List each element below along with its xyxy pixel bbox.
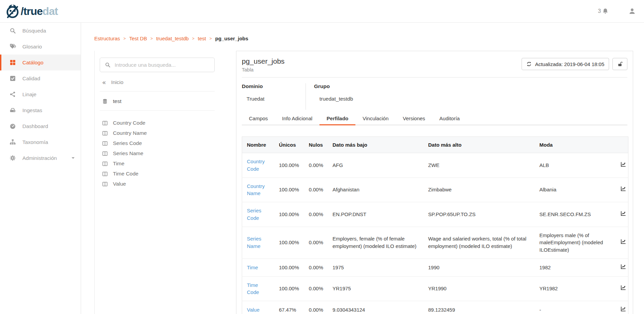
profile-table: NombreÚnicosNulosDato más bajoDato más a…: [242, 137, 628, 314]
drive-icon: [9, 107, 16, 113]
sidebar-item-label: Taxonomía: [22, 139, 48, 145]
grid-icon: [9, 59, 16, 66]
tab-info-adicional[interactable]: Info Adicional: [275, 112, 319, 125]
tree-search-input[interactable]: [115, 62, 210, 68]
sidebar-item-busqueda[interactable]: Búsqueda: [0, 23, 81, 39]
sidebar-item-taxonomia[interactable]: Taxonomía: [0, 134, 81, 150]
sidebar-item-glosario[interactable]: Glosario: [0, 39, 81, 55]
divider: [100, 91, 215, 91]
highest-value: Wage and salaried workers, total (% of t…: [424, 227, 535, 258]
field-link[interactable]: Time: [247, 265, 258, 270]
unique-value: 100.00%: [274, 276, 304, 301]
tree-back-button[interactable]: « Inicio: [100, 79, 215, 86]
field-link[interactable]: Time Code: [247, 282, 259, 295]
field-item-country-name[interactable]: Country Name: [100, 128, 215, 138]
field-item-series-code[interactable]: Series Code: [100, 138, 215, 148]
tab-versiones[interactable]: Versiones: [396, 112, 432, 125]
field-item-time-code[interactable]: Time Code: [100, 169, 215, 179]
search-icon: [105, 62, 111, 68]
view-chart-button[interactable]: [620, 264, 626, 270]
tree-parent-item[interactable]: test: [100, 98, 215, 105]
brand-wordmark: /truedat: [21, 5, 58, 18]
user-menu-button[interactable]: [628, 7, 636, 15]
mode-value: ALB: [535, 153, 616, 178]
updated-label: Actualizada: 2019-06-04 18:05: [535, 61, 604, 67]
breadcrumb-separator: >: [210, 36, 212, 41]
sidebar-item-label: Ingestas: [22, 107, 42, 113]
field-link[interactable]: Value: [247, 307, 259, 313]
sidebar-item-ingestas[interactable]: Ingestas: [0, 102, 81, 118]
breadcrumb-link-test-db[interactable]: Test DB: [129, 36, 147, 41]
columns-icon: [102, 120, 108, 126]
view-chart-button[interactable]: [620, 238, 626, 245]
field-item-label: Country Name: [113, 130, 147, 136]
breadcrumb-link-estructuras[interactable]: Estructuras: [94, 36, 120, 41]
lowest-value: EN.POP.DNST: [328, 202, 424, 227]
column-header-moda: Moda: [535, 137, 616, 153]
breadcrumb-link-truedat-testdb[interactable]: truedat_testdb: [156, 36, 189, 41]
lock-toggle-button[interactable]: [612, 58, 627, 70]
sidebar-item-calidad[interactable]: Calidad: [0, 70, 81, 86]
columns-icon: [102, 151, 108, 156]
sidebar-item-linaje[interactable]: Linaje: [0, 86, 81, 102]
breadcrumb-current: pg_user_jobs: [215, 36, 249, 41]
field-item-series-name[interactable]: Series Name: [100, 148, 215, 159]
sidebar-item-catalogo[interactable]: Catálogo: [0, 55, 81, 70]
notifications-button[interactable]: 3: [598, 8, 609, 15]
field-link[interactable]: Country Name: [247, 183, 265, 196]
field-link[interactable]: Country Code: [247, 159, 265, 172]
lowest-value: YR1975: [328, 276, 424, 301]
field-item-label: Series Name: [113, 150, 143, 156]
lowest-value: Afghanistan: [328, 177, 424, 202]
highest-value: Zimbabwe: [424, 177, 535, 202]
sidebar-item-label: Catálogo: [22, 60, 43, 66]
field-item-time[interactable]: Time: [100, 159, 215, 169]
view-chart-button[interactable]: [620, 285, 626, 291]
nulls-value: 0.00%: [304, 258, 328, 276]
view-chart-button[interactable]: [620, 186, 626, 192]
profile-row-series-name: Series Name100.00%0.00%Employers, female…: [242, 227, 628, 258]
sidebar-item-label: Glosario: [22, 44, 42, 50]
sidebar-item-dashboard[interactable]: Dashboard: [0, 118, 81, 134]
field-item-label: Value: [113, 181, 126, 187]
profile-row-time-code: Time Code100.00%0.00%YR1975YR1990YR1982: [242, 276, 628, 301]
field-item-label: Time: [113, 161, 124, 167]
chart-line-icon: [620, 161, 626, 167]
sidebar-item-label: Dashboard: [22, 123, 48, 129]
sidebar-item-administracion[interactable]: Administración: [0, 150, 81, 166]
field-link[interactable]: Series Name: [247, 236, 261, 249]
nulls-value: 0.00%: [304, 177, 328, 202]
tab-perfilado[interactable]: Perfilado: [319, 112, 355, 125]
profile-row-value: Value67.47%0.00%9.030434312489.1232459-: [242, 301, 628, 314]
updated-refresh-button[interactable]: Actualizada: 2019-06-04 18:05: [522, 58, 609, 70]
sidebar-item-label: Búsqueda: [22, 28, 46, 34]
field-item-value[interactable]: Value: [100, 179, 215, 189]
column-header-dato-mas-alto: Dato más alto: [424, 137, 535, 153]
structure-detail-card: pg_user_jobs Tabla Actualizada: 2019-06-…: [236, 51, 633, 314]
highest-value: 1990: [424, 258, 535, 276]
group-label: Grupo: [314, 83, 627, 89]
view-chart-button[interactable]: [620, 210, 626, 216]
view-chart-button[interactable]: [620, 306, 626, 312]
sidebar-item-label: Administración: [22, 155, 57, 161]
tab-auditoria[interactable]: Auditoría: [432, 112, 467, 125]
field-item-country-code[interactable]: Country Code: [100, 118, 215, 128]
mode-value: SE.ENR.SECO.FM.ZS: [535, 202, 616, 227]
sitemap-icon: [9, 139, 16, 145]
columns-icon: [102, 181, 108, 187]
breadcrumb: Estructuras>Test DB>truedat_testdb>test>…: [94, 36, 248, 41]
lowest-value: 1975: [328, 258, 424, 276]
breadcrumb-link-test[interactable]: test: [198, 36, 206, 41]
tab-vinculacion[interactable]: Vinculación: [355, 112, 395, 125]
structure-type-label: Tabla: [242, 67, 285, 72]
profile-row-series-code: Series Code100.00%0.00%EN.POP.DNSTSP.POP…: [242, 202, 628, 227]
chart-line-icon: [620, 264, 626, 270]
unlock-icon: [617, 61, 623, 67]
tab-campos[interactable]: Campos: [242, 112, 275, 125]
profile-row-country-name: Country Name100.00%0.00%AfghanistanZimba…: [242, 177, 628, 202]
truedat-logo[interactable]: /truedat: [5, 3, 58, 19]
view-chart-button[interactable]: [620, 161, 626, 167]
field-link[interactable]: Series Code: [247, 208, 261, 221]
column-header-unicos: Únicos: [274, 137, 304, 153]
domain-label: Dominio: [242, 83, 306, 89]
